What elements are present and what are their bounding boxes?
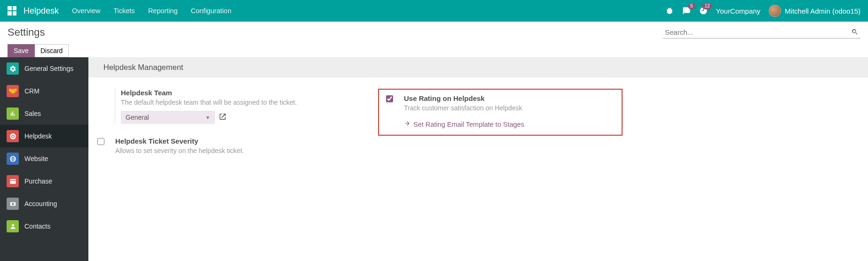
sidebar-item-label: Accounting xyxy=(24,200,57,207)
sidebar-item-label: Helpdesk xyxy=(24,132,52,140)
nav-menu-configuration[interactable]: Configuration xyxy=(191,7,231,15)
activities-icon[interactable]: 12 xyxy=(699,7,708,15)
search-container xyxy=(663,26,860,38)
setting-helpdesk-team: Helpdesk Team The default helpdesk team … xyxy=(115,89,359,124)
lifebuoy-icon xyxy=(7,130,19,142)
messages-icon[interactable]: 5 xyxy=(682,7,691,15)
debug-icon[interactable] xyxy=(665,7,674,15)
money-icon xyxy=(7,198,19,210)
sidebar-item-sales[interactable]: Sales xyxy=(0,102,88,125)
team-select-row: General ▼ xyxy=(121,111,359,124)
external-link-icon[interactable] xyxy=(219,113,227,123)
search-icon[interactable] xyxy=(851,28,859,37)
sidebar-item-helpdesk[interactable]: Helpdesk xyxy=(0,125,88,147)
sidebar-item-label: Sales xyxy=(24,110,41,117)
setting-title: Use Rating on Helpdesk xyxy=(404,94,615,102)
avatar xyxy=(769,5,781,17)
company-switcher[interactable]: YourCompany xyxy=(716,7,761,15)
button-row: Save Discard xyxy=(8,44,69,57)
section-header: Helpdesk Management xyxy=(88,57,868,77)
nav-menu-reporting[interactable]: Reporting xyxy=(148,7,178,15)
chevron-down-icon: ▼ xyxy=(205,115,210,120)
credit-card-icon xyxy=(7,175,19,187)
chart-icon xyxy=(7,107,19,120)
rating-checkbox-wrap xyxy=(386,94,395,128)
sidebar-item-website[interactable]: Website xyxy=(0,147,88,170)
team-select-value: General xyxy=(126,114,149,121)
body: General Settings 🤝 CRM Sales Helpdesk We… xyxy=(0,57,868,261)
user-menu[interactable]: Mitchell Admin (odoo15) xyxy=(769,5,860,17)
team-select[interactable]: General ▼ xyxy=(121,111,215,124)
handshake-icon: 🤝 xyxy=(7,85,19,97)
setting-title: Helpdesk Ticket Severity xyxy=(115,137,359,145)
page-title: Settings xyxy=(8,26,69,38)
activities-badge: 12 xyxy=(702,3,712,9)
cp-left: Settings Save Discard xyxy=(8,26,69,57)
setting-ticket-severity: Helpdesk Ticket Severity Allows to set s… xyxy=(91,137,359,159)
severity-checkbox[interactable] xyxy=(97,138,104,145)
sidebar-item-purchase[interactable]: Purchase xyxy=(0,170,88,192)
set-rating-template-link[interactable]: Set Rating Email Template to Stages xyxy=(404,120,524,128)
action-link-label: Set Rating Email Template to Stages xyxy=(413,121,524,128)
sidebar-item-label: CRM xyxy=(24,87,39,95)
save-button[interactable]: Save xyxy=(8,44,35,57)
setting-body: Use Rating on Helpdesk Track customer sa… xyxy=(404,94,615,128)
sidebar-item-label: General Settings xyxy=(24,65,73,72)
sidebar-item-crm[interactable]: 🤝 CRM xyxy=(0,80,88,102)
sidebar-item-label: Website xyxy=(24,155,48,162)
setting-body: Helpdesk Ticket Severity Allows to set s… xyxy=(115,137,359,159)
sidebar-item-label: Contacts xyxy=(24,223,50,230)
navbar-right: 5 12 YourCompany Mitchell Admin (odoo15) xyxy=(665,5,860,17)
sidebar-item-accounting[interactable]: Accounting xyxy=(0,192,88,215)
messages-badge: 5 xyxy=(688,3,695,9)
setting-desc: Track customer satisfaction on Helpdesk xyxy=(404,104,615,112)
sidebar-item-label: Purchase xyxy=(24,177,52,185)
settings-col-left: Helpdesk Team The default helpdesk team … xyxy=(115,89,359,172)
contacts-icon xyxy=(7,220,19,232)
apps-icon[interactable] xyxy=(8,6,17,15)
settings-content: Helpdesk Management Helpdesk Team The de… xyxy=(88,57,868,261)
top-navbar: Helpdesk Overview Tickets Reporting Conf… xyxy=(0,0,868,22)
setting-title: Helpdesk Team xyxy=(121,89,359,97)
nav-menu-tickets[interactable]: Tickets xyxy=(113,7,134,15)
navbar-left: Helpdesk Overview Tickets Reporting Conf… xyxy=(8,6,231,16)
nav-menu-overview[interactable]: Overview xyxy=(72,7,100,15)
globe-icon xyxy=(7,153,19,165)
rating-checkbox[interactable] xyxy=(386,95,393,102)
search-input[interactable] xyxy=(663,26,860,38)
sidebar-item-general-settings[interactable]: General Settings xyxy=(0,57,88,80)
discard-button[interactable]: Discard xyxy=(35,44,69,57)
setting-desc: Allows to set severity on the helpdesk t… xyxy=(115,147,359,154)
user-name-label: Mitchell Admin (odoo15) xyxy=(785,7,860,15)
sidebar-item-contacts[interactable]: Contacts xyxy=(0,215,88,238)
severity-checkbox-wrap xyxy=(97,137,106,159)
settings-grid: Helpdesk Team The default helpdesk team … xyxy=(88,77,868,184)
settings-sidebar: General Settings 🤝 CRM Sales Helpdesk We… xyxy=(0,57,88,261)
rating-highlight: Use Rating on Helpdesk Track customer sa… xyxy=(378,89,623,136)
control-panel: Settings Save Discard xyxy=(0,22,868,57)
setting-desc: The default helpdesk team that will be a… xyxy=(121,99,359,106)
settings-col-right: Use Rating on Helpdesk Track customer sa… xyxy=(378,89,623,172)
arrow-right-icon xyxy=(404,120,410,128)
gear-icon xyxy=(7,62,19,75)
app-brand[interactable]: Helpdesk xyxy=(24,6,59,16)
nav-menu: Overview Tickets Reporting Configuration xyxy=(72,7,231,15)
setting-body: Helpdesk Team The default helpdesk team … xyxy=(121,89,359,124)
setting-use-rating: Use Rating on Helpdesk Track customer sa… xyxy=(386,94,615,128)
